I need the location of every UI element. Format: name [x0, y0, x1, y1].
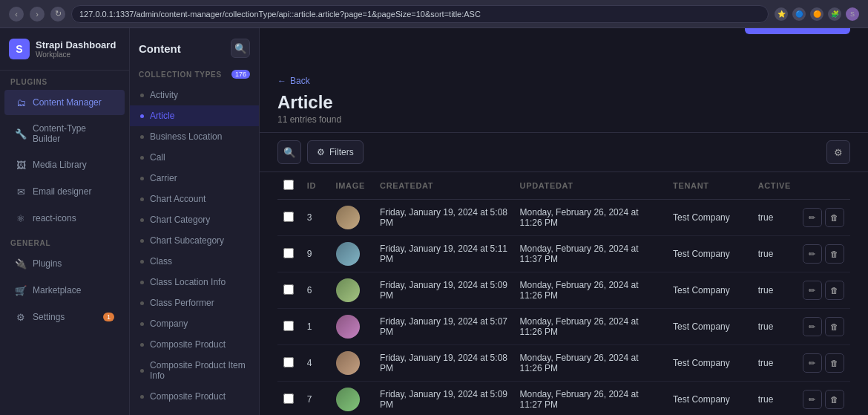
ext-icon-2: 🔵 [792, 7, 806, 21]
media-library-icon: 🖼 [15, 159, 27, 171]
cell-active-3: true [752, 200, 797, 236]
cell-id-9: 9 [301, 236, 330, 272]
back-nav-btn[interactable]: ‹ [9, 7, 24, 22]
sidebar-item-settings[interactable]: ⚙ Settings 1 [4, 304, 125, 330]
cell-image-3 [330, 200, 375, 236]
nav-item-call-label: Call [150, 152, 165, 163]
filters-label: Filters [329, 147, 354, 157]
sidebar-item-marketplace[interactable]: 🛒 Marketplace [4, 278, 125, 303]
delete-button-1[interactable]: 🗑 [825, 317, 844, 336]
user-avatar-icon[interactable]: S [846, 7, 859, 21]
delete-button-3[interactable]: 🗑 [825, 208, 844, 227]
cell-actions-6: ✏ 🗑 [797, 272, 850, 309]
edit-button-3[interactable]: ✏ [803, 208, 822, 227]
row-checkbox-1[interactable] [283, 321, 294, 331]
delete-button-6[interactable]: 🗑 [825, 281, 844, 300]
edit-button-9[interactable]: ✏ [803, 244, 822, 264]
back-link[interactable]: ← Back [277, 76, 850, 86]
select-all-checkbox[interactable] [283, 180, 294, 190]
sidebar-item-content-type-builder[interactable]: 🔧 Content-Type Builder [4, 117, 125, 151]
create-new-entry-button[interactable]: + Create new entry [745, 28, 850, 34]
page-title: Article [277, 92, 850, 113]
sidebar-item-react-icons[interactable]: ⚛ react-icons [4, 206, 125, 231]
row-checkbox-7[interactable] [283, 393, 294, 404]
nav-item-class[interactable]: Class [130, 251, 259, 272]
sidebar-item-media-library[interactable]: 🖼 Media Library [4, 152, 125, 177]
nav-item-composite-product-2[interactable]: Composite Product [130, 386, 259, 407]
edit-button-7[interactable]: ✏ [803, 390, 822, 409]
articles-table: ID IMAGE CREATEDAT UPDATEDAT TENANT ACTI… [277, 172, 850, 415]
col-header-id[interactable]: ID [301, 172, 330, 200]
nav-item-business-location[interactable]: Business Location [130, 126, 259, 147]
toolbar-search-button[interactable]: 🔍 [277, 140, 301, 164]
sidebar-item-media-library-label: Media Library [33, 160, 87, 170]
nav-item-dot [140, 114, 144, 118]
sidebar-item-email-designer-label: Email designer [33, 186, 91, 197]
ext-icon-1: ⭐ [775, 7, 788, 21]
nav-item-class-performer-label: Class Performer [150, 298, 214, 308]
row-checkbox-4[interactable] [283, 357, 294, 367]
col-header-actions [797, 172, 850, 200]
cell-active-1: true [752, 309, 797, 345]
back-arrow-icon: ← [277, 76, 286, 86]
cell-tenant-7: Test Company [667, 382, 752, 416]
sidebar-item-plugins[interactable]: 🔌 Plugins [4, 251, 125, 276]
nav-item-call[interactable]: Call [130, 147, 259, 168]
cell-updatedat-4: Monday, February 26, 2024 at 11:26 PM [514, 345, 667, 382]
edit-button-4[interactable]: ✏ [803, 353, 822, 373]
forward-nav-btn[interactable]: › [30, 7, 45, 22]
nav-item-company[interactable]: Company [130, 313, 259, 334]
edit-button-6[interactable]: ✏ [803, 281, 822, 300]
cell-id-6: 6 [301, 272, 330, 309]
cell-actions-7: ✏ 🗑 [797, 382, 850, 416]
entries-count: 11 entries found [277, 114, 850, 125]
sidebar-item-content-manager[interactable]: 🗂 Content Manager [4, 90, 125, 115]
nav-item-composite-product-item-info[interactable]: Composite Product Item Info [130, 355, 259, 386]
settings-icon: ⚙ [15, 311, 27, 323]
edit-button-1[interactable]: ✏ [803, 317, 822, 336]
nav-item-chart-subcategory[interactable]: Chart Subcategory [130, 230, 259, 251]
nav-item-chart-category-label: Chart Category [150, 215, 210, 225]
row-checkbox-3[interactable] [283, 212, 294, 222]
nav-item-dot [140, 94, 144, 97]
nav-item-chart-account[interactable]: Chart Account [130, 189, 259, 209]
table-row: 3 Friday, January 19, 2024 at 5:08 PM Mo… [277, 200, 850, 236]
ext-icon-4: 🧩 [828, 7, 841, 21]
brand-sub: Workplace [36, 50, 116, 59]
refresh-nav-btn[interactable]: ↻ [50, 7, 65, 22]
cell-image-4 [330, 345, 375, 382]
cell-createdat-6: Friday, January 19, 2024 at 5:09 PM [374, 272, 514, 309]
table-settings-button[interactable]: ⚙ [826, 140, 850, 164]
sidebar-item-content-manager-label: Content Manager [33, 97, 102, 108]
url-bar[interactable]: 127.0.0.1:1337/admin/content-manager/col… [71, 5, 769, 23]
delete-button-7[interactable]: 🗑 [825, 390, 844, 409]
filters-button[interactable]: ⚙ Filters [307, 140, 364, 164]
col-header-createdat[interactable]: CREATEDAT [374, 172, 514, 200]
content-search-button[interactable]: 🔍 [231, 39, 250, 58]
nav-item-composite-product[interactable]: Composite Product [130, 334, 259, 355]
table-row: 6 Friday, January 19, 2024 at 5:09 PM Mo… [277, 272, 850, 309]
nav-item-article[interactable]: Article [130, 105, 259, 126]
delete-button-4[interactable]: 🗑 [825, 353, 844, 373]
row-checkbox-6[interactable] [283, 284, 294, 295]
cell-image-1 [330, 309, 375, 345]
nav-item-activity[interactable]: Activity [130, 85, 259, 105]
nav-item-dot [140, 260, 144, 264]
sidebar-item-email-designer[interactable]: ✉ Email designer [4, 179, 125, 204]
collection-types-header: COLLECTION TYPES 176 [130, 65, 259, 83]
col-header-active[interactable]: ACTIVE [752, 172, 797, 200]
plugins-icon: 🔌 [15, 258, 27, 269]
row-checkbox-9[interactable] [283, 248, 294, 258]
nav-item-class-location-info[interactable]: Class Location Info [130, 272, 259, 293]
content-nav-header: Content 🔍 [130, 28, 259, 65]
nav-item-class-performer[interactable]: Class Performer [130, 293, 259, 313]
cell-actions-3: ✏ 🗑 [797, 200, 850, 236]
col-header-image[interactable]: IMAGE [330, 172, 375, 200]
nav-item-composite-product-2-label: Composite Product [150, 391, 226, 402]
delete-button-9[interactable]: 🗑 [825, 244, 844, 264]
col-header-tenant[interactable]: TENANT [667, 172, 752, 200]
brand-name: Strapi Dashboard [36, 39, 116, 50]
nav-item-chart-category[interactable]: Chart Category [130, 209, 259, 230]
nav-item-carrier[interactable]: Carrier [130, 168, 259, 189]
col-header-updatedat[interactable]: UPDATEDAT [514, 172, 667, 200]
